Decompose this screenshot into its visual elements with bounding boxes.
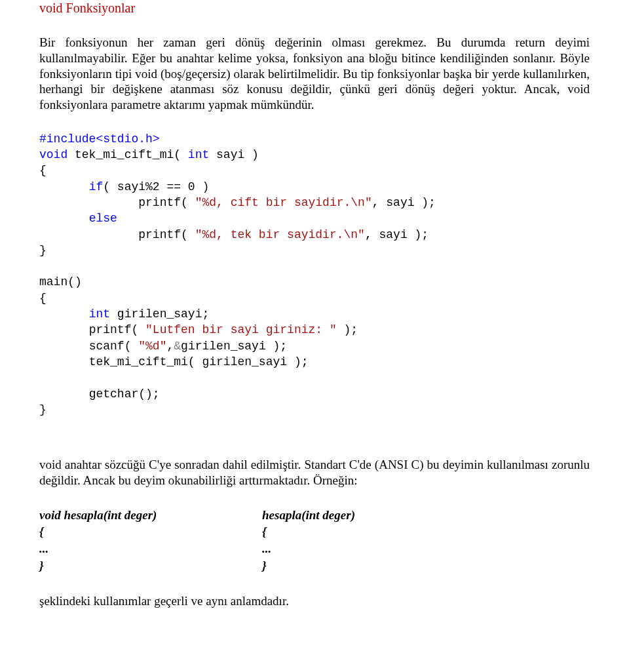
code-indent [39, 387, 89, 401]
code-text: ); [337, 323, 358, 336]
code-text: getchar(); [89, 387, 160, 401]
compare-left: void hesapla(int deger) { ... } [39, 507, 262, 574]
explain-paragraph: void anahtar sözcüğü C'ye sonradan dahil… [39, 457, 590, 488]
code-call: printf( [89, 323, 145, 336]
code-text: sayi ) [209, 148, 259, 161]
brace: { [39, 292, 47, 305]
code-text: , sayi ); [372, 196, 436, 209]
op-amp: & [174, 340, 181, 353]
code-main: main() [39, 275, 82, 288]
code-call: printf( [138, 228, 195, 241]
intro-paragraph: Bir fonksiyonun her zaman geri dönüş değ… [39, 35, 590, 113]
compare-row: void hesapla(int deger) { ... } hesapla(… [39, 507, 590, 574]
code-indent [39, 228, 138, 241]
brace: { [39, 164, 47, 177]
code-text: girilen_sayi ); [181, 340, 287, 353]
code-call: scanf( [89, 340, 139, 353]
string-literal: "%d, tek bir sayidir.\n" [195, 228, 365, 241]
section-title: void Fonksiyonlar [39, 0, 590, 16]
kw-int: int [89, 307, 110, 321]
string-literal: "%d, cift bir sayidir.\n" [195, 196, 372, 209]
code-call: printf( [138, 196, 195, 209]
code-indent [39, 212, 89, 225]
code-indent [39, 323, 89, 336]
kw-if: if [89, 180, 104, 193]
kw-else: else [89, 212, 117, 225]
compare-right: hesapla(int deger) { ... } [262, 507, 590, 574]
code-text: tek_mi_cift_mi( girilen_sayi ); [89, 355, 309, 368]
string-literal: "%d" [138, 340, 166, 353]
brace: } [39, 244, 47, 257]
code-indent [39, 196, 138, 209]
code-text: tek_mi_cift_mi( [67, 148, 188, 161]
code-indent [39, 355, 89, 368]
code-indent [39, 180, 89, 193]
code-include: #include<stdio.h> [39, 132, 160, 146]
code-text: , sayi ); [365, 228, 429, 241]
string-literal: "Lutfen bir sayi giriniz: " [145, 323, 337, 336]
code-indent [39, 307, 89, 321]
code-block: #include<stdio.h> void tek_mi_cift_mi( i… [39, 131, 590, 418]
kw-int: int [188, 148, 209, 161]
kw-void: void [39, 148, 67, 161]
brace: } [39, 403, 47, 416]
code-text: girilen_sayi; [110, 307, 209, 321]
code-indent [39, 340, 89, 353]
code-text: ( sayi%2 == 0 ) [103, 180, 209, 193]
code-text: , [166, 340, 174, 353]
footer-paragraph: şeklindeki kullanımlar geçerli ve aynı a… [39, 593, 590, 609]
